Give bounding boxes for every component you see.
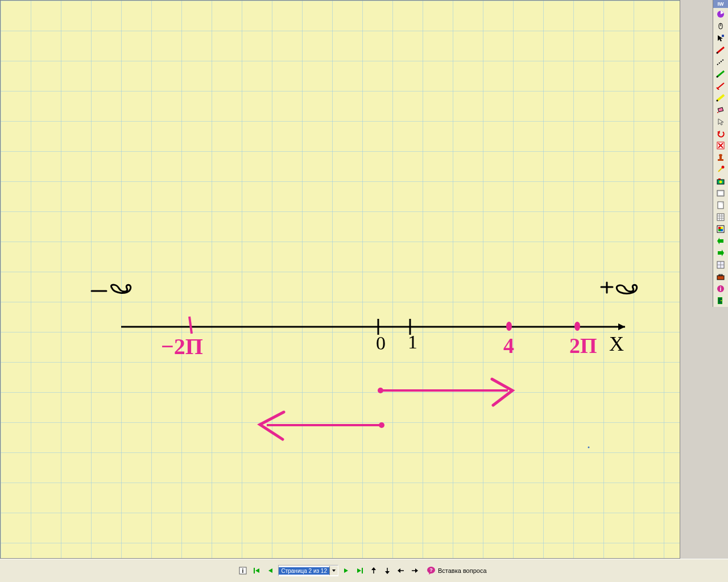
arrow-right-icon[interactable] [409, 565, 420, 576]
svg-line-41 [718, 168, 722, 172]
pen-green-icon[interactable] [714, 68, 727, 80]
stamp-icon[interactable] [714, 152, 727, 163]
svg-rect-21 [722, 35, 724, 37]
svg-rect-65 [717, 276, 724, 280]
svg-marker-79 [357, 568, 361, 573]
label-2pi: 2П [569, 334, 597, 357]
insert-question-label: Вставка вопроса [438, 567, 487, 574]
svg-marker-77 [332, 569, 336, 572]
canvas-svg: 0 1 X −2П 4 2П [1, 1, 680, 558]
svg-point-32 [717, 112, 718, 113]
svg-line-24 [717, 59, 724, 65]
highlighter-icon[interactable] [714, 92, 727, 103]
whiteboard-canvas[interactable]: 0 1 X −2П 4 2П [0, 0, 680, 559]
page-label: Страница 2 из 12 [279, 567, 329, 575]
svg-text:i: i [720, 286, 722, 292]
svg-line-29 [717, 95, 724, 101]
svg-marker-60 [717, 238, 723, 244]
next-page-icon[interactable] [341, 565, 352, 576]
svg-point-8 [574, 322, 580, 331]
svg-point-7 [506, 322, 512, 331]
new-page-icon[interactable] [714, 199, 727, 211]
svg-marker-78 [344, 568, 348, 573]
pen-dotted-icon[interactable] [714, 56, 727, 68]
svg-rect-50 [717, 214, 724, 221]
svg-point-42 [722, 166, 725, 169]
pen-diag-red-icon[interactable] [714, 80, 727, 92]
svg-text:i: i [242, 568, 244, 574]
svg-marker-84 [385, 571, 390, 574]
mouse-icon[interactable] [714, 20, 727, 32]
info-square-icon[interactable]: i [237, 565, 249, 576]
svg-rect-58 [718, 229, 721, 231]
svg-line-25 [717, 71, 724, 77]
exit-icon[interactable] [714, 295, 727, 306]
arrow-up-icon[interactable] [368, 565, 379, 576]
eraser-icon[interactable] [714, 104, 727, 115]
insert-question-button[interactable]: ? Вставка вопроса [423, 564, 491, 577]
svg-rect-45 [718, 178, 721, 180]
arrow-left-green-icon[interactable] [714, 235, 727, 247]
color-box-icon[interactable] [714, 223, 727, 235]
svg-rect-59 [721, 229, 723, 231]
grid-small-icon[interactable] [714, 259, 727, 271]
cursor-outline-icon[interactable] [714, 116, 727, 127]
svg-marker-75 [255, 568, 259, 573]
page-dropdown-icon[interactable] [329, 566, 338, 575]
first-page-icon[interactable] [251, 565, 262, 576]
svg-point-16 [588, 447, 590, 448]
svg-point-26 [717, 76, 718, 78]
arrow-left-icon[interactable] [395, 565, 407, 576]
svg-rect-66 [719, 275, 722, 276]
pointer-dark-icon[interactable] [714, 32, 727, 44]
app-root: 0 1 X −2П 4 2П IW [0, 0, 728, 582]
label-one: 1 [408, 331, 417, 352]
svg-rect-31 [718, 107, 723, 112]
svg-rect-57 [721, 227, 723, 229]
svg-rect-1 [1, 1, 680, 558]
arrow-right-green-icon[interactable] [714, 247, 727, 259]
toolbar-header: IW [713, 0, 728, 8]
undo-icon[interactable] [714, 128, 727, 139]
svg-rect-38 [718, 159, 723, 161]
svg-rect-47 [718, 192, 723, 195]
label-neg-2pi: −2П [161, 334, 203, 359]
svg-line-27 [717, 83, 724, 89]
svg-marker-61 [718, 250, 724, 256]
label-x: X [609, 332, 624, 355]
svg-point-23 [717, 52, 718, 54]
svg-point-30 [717, 100, 718, 102]
toolbox-icon[interactable] [714, 271, 727, 282]
svg-text:?: ? [429, 567, 433, 573]
last-page-icon[interactable] [354, 565, 366, 576]
svg-line-22 [717, 47, 724, 53]
svg-marker-82 [371, 567, 376, 570]
svg-point-71 [721, 300, 722, 301]
right-toolbar: IW i [713, 0, 728, 307]
delete-x-icon[interactable] [714, 140, 727, 151]
svg-marker-76 [268, 568, 272, 573]
label-four: 4 [503, 334, 514, 357]
svg-point-44 [719, 181, 722, 184]
arrow-down-icon[interactable] [382, 565, 393, 576]
svg-marker-88 [415, 568, 418, 573]
prev-page-icon[interactable] [264, 565, 276, 576]
camera-icon[interactable] [714, 176, 727, 187]
screenshot-icon[interactable] [714, 188, 727, 199]
pen-red-icon[interactable] [714, 44, 727, 56]
question-bubble-icon: ? [427, 566, 436, 575]
svg-marker-33 [718, 119, 723, 125]
svg-marker-86 [398, 568, 400, 573]
grid-icon[interactable] [714, 211, 727, 223]
label-zero: 0 [376, 332, 386, 354]
svg-point-40 [719, 154, 722, 156]
svg-rect-56 [718, 227, 721, 229]
info-icon[interactable]: i [714, 283, 727, 294]
page-selector[interactable]: Страница 2 из 12 [278, 565, 338, 576]
pin-icon[interactable] [714, 164, 727, 175]
pie-icon[interactable] [714, 9, 727, 20]
bottom-toolbar: i Страница 2 из 12 ? Вставка вопроса [0, 559, 728, 582]
